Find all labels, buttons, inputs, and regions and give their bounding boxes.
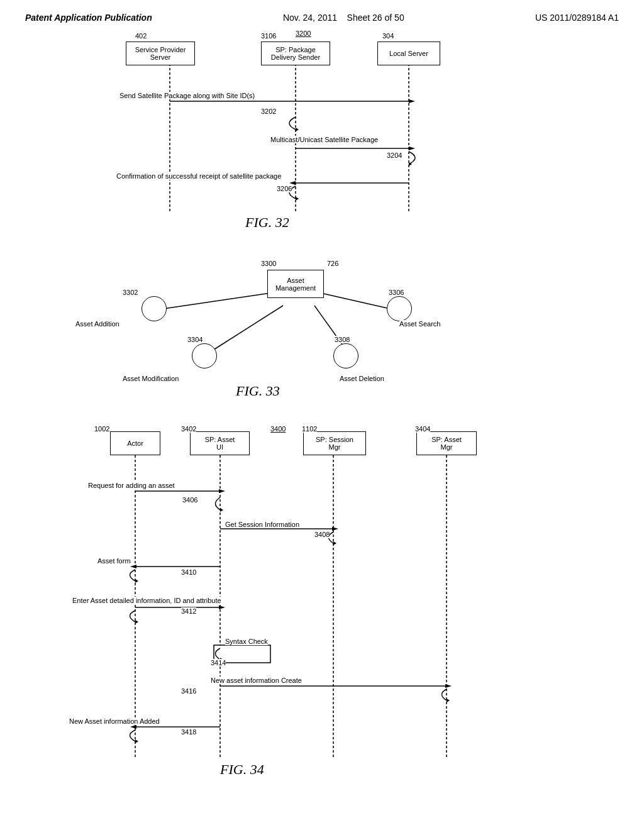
circle-3306: [387, 296, 412, 321]
label-3204: 3204: [387, 152, 402, 159]
svg-line-13: [321, 293, 390, 309]
page-header: Patent Application Publication Nov. 24, …: [25, 13, 619, 23]
fig32-title: FIG. 32: [245, 214, 289, 231]
local-server-box: Local Server: [377, 42, 440, 65]
svg-marker-7: [409, 147, 415, 150]
actor-box: Actor: [110, 431, 160, 455]
asset-addition-label: Asset Addition: [75, 320, 119, 328]
msg1-label: Send Satellite Package along with Site I…: [119, 92, 255, 99]
fig34-area: Actor SP: AssetUI SP: SessionMgr SP: Ass…: [25, 425, 619, 790]
msg1-34-label: Request for adding an asset: [88, 482, 175, 489]
service-provider-box: Service ProviderServer: [126, 42, 195, 65]
sp-package-box: SP: PackageDelivery Sender: [261, 42, 330, 65]
svg-marker-28: [135, 579, 138, 583]
asset-deletion-label: Asset Deletion: [340, 375, 384, 382]
svg-marker-25: [333, 541, 336, 545]
svg-marker-35: [445, 684, 452, 688]
fig32-area: Service ProviderServer SP: PackageDelive…: [25, 29, 619, 243]
msg6-34-label: New asset information Create: [211, 677, 302, 684]
sp-asset-ui-box: SP: AssetUI: [190, 431, 250, 455]
msg4-34-label: Enter Asset detailed information, ID and…: [72, 597, 221, 604]
svg-marker-39: [135, 739, 138, 743]
svg-marker-5: [296, 128, 299, 131]
label-1102: 1102: [302, 425, 317, 433]
svg-marker-11: [296, 197, 299, 201]
fig33-title: FIG. 33: [236, 383, 280, 399]
svg-marker-8: [409, 162, 412, 166]
svg-marker-36: [447, 699, 450, 702]
label-3302: 3302: [123, 289, 138, 296]
msg7-34-label: New Asset information Added: [69, 717, 160, 725]
label-3202: 3202: [261, 108, 276, 115]
label-3410: 3410: [181, 568, 196, 576]
label-304: 304: [382, 32, 394, 40]
label-3300: 3300: [261, 260, 276, 267]
fig34-svg: [25, 425, 619, 790]
msg2-34-label: Get Session Information: [225, 521, 299, 528]
label-3406: 3406: [182, 496, 197, 504]
label-3200: 3200: [296, 30, 311, 37]
label-3206: 3206: [277, 185, 292, 192]
label-3402b: 3404: [415, 425, 430, 433]
svg-line-14: [214, 306, 283, 350]
asset-management-box: AssetManagement: [267, 270, 324, 298]
sp-asset-mgr-box: SP: AssetMgr: [416, 431, 477, 455]
svg-marker-38: [130, 725, 136, 729]
svg-marker-22: [220, 508, 223, 512]
svg-marker-24: [332, 527, 338, 531]
svg-marker-31: [135, 620, 138, 624]
asset-modification-label: Asset Modification: [123, 375, 179, 382]
label-402: 402: [135, 32, 147, 40]
label-3408: 3408: [314, 531, 330, 538]
page: Patent Application Publication Nov. 24, …: [0, 0, 644, 830]
sp-session-mgr-box: SP: SessionMgr: [303, 431, 366, 455]
label-3400: 3400: [270, 425, 286, 433]
msg2-label: Multicast/Unicast Satellite Package: [270, 136, 378, 143]
circle-3302: [142, 296, 167, 321]
label-3418: 3418: [181, 728, 196, 736]
circle-3308: [333, 343, 358, 368]
svg-marker-4: [409, 99, 415, 103]
label-3306: 3306: [389, 289, 404, 296]
syntax-check-label: Syntax Check: [225, 638, 268, 645]
fig33-area: AssetManagement 3300 726 3302 3306 3304 …: [25, 246, 619, 422]
svg-marker-27: [130, 565, 136, 568]
svg-line-12: [164, 293, 270, 309]
diagram-area: Service ProviderServer SP: PackageDelive…: [25, 29, 619, 790]
fig34-title: FIG. 34: [220, 761, 264, 778]
label-3412: 3412: [181, 607, 196, 615]
header-right: US 2011/0289184 A1: [535, 13, 619, 23]
header-left: Patent Application Publication: [25, 13, 152, 23]
header-center: Nov. 24, 2011 Sheet 26 of 50: [283, 13, 404, 23]
svg-marker-21: [219, 489, 225, 493]
label-726: 726: [327, 260, 338, 267]
asset-search-label: Asset Search: [399, 320, 440, 328]
msg3-34-label: Asset form: [97, 557, 131, 565]
label-3402a: 3402: [181, 425, 196, 433]
svg-marker-30: [219, 606, 225, 609]
label-3414: 3414: [211, 659, 226, 667]
label-3106: 3106: [261, 32, 276, 40]
label-3304: 3304: [187, 336, 203, 343]
label-1002: 1002: [94, 425, 109, 433]
circle-3304: [192, 343, 217, 368]
label-3308: 3308: [335, 336, 350, 343]
msg3-label: Confirmation of successful receipt of sa…: [116, 172, 281, 180]
label-3416: 3416: [181, 687, 196, 695]
